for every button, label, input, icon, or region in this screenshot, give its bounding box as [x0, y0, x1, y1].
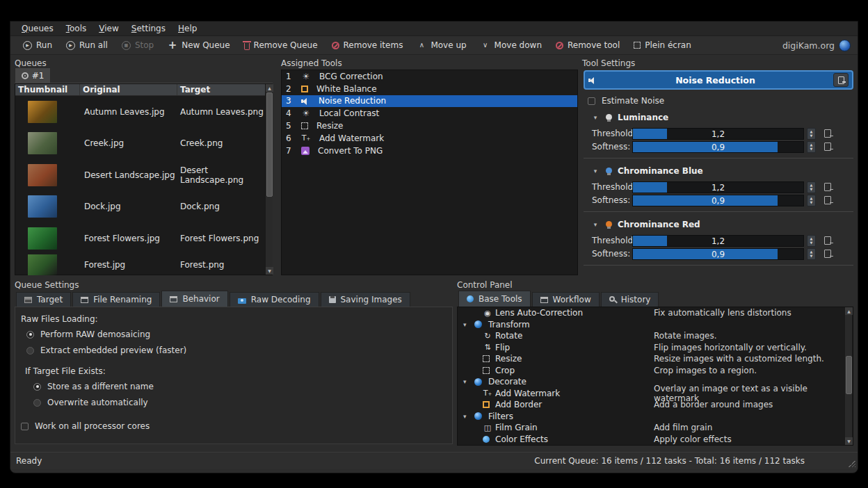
control-panel-scrollbar[interactable]: ▲ ▼: [844, 307, 852, 445]
assigned-tool-resize[interactable]: 5Resize: [282, 120, 577, 132]
scroll-down-icon[interactable]: ▼: [845, 437, 853, 445]
tree-item-rotate[interactable]: ↻RotateRotate images.: [458, 330, 853, 342]
scrollbar-thumb[interactable]: [846, 356, 852, 394]
tree-item-lens-auto-correction[interactable]: ◉Lens Auto-CorrectionFix automatically l…: [458, 307, 853, 319]
assigned-tool-local-contrast[interactable]: 4☀Local Contrast: [282, 107, 577, 120]
control-panel-tab-history[interactable]: History: [601, 292, 659, 307]
column-header-thumbnail[interactable]: Thumbnail: [15, 84, 80, 95]
collapse-arrow-icon[interactable]: ▾: [590, 220, 600, 229]
section-title: Luminance: [618, 113, 668, 122]
menu-queues[interactable]: Queues: [16, 22, 59, 35]
reset-to-default-button[interactable]: [824, 143, 831, 151]
sphere-icon: [474, 320, 482, 328]
toolbar-move-down-button[interactable]: ∨Move down: [475, 38, 547, 52]
menu-settings[interactable]: Settings: [126, 22, 171, 35]
section-chrominance-red[interactable]: ▾Chrominance Red: [582, 217, 855, 234]
spinbox-arrows[interactable]: ▲▼: [807, 141, 816, 153]
reset-to-default-button[interactable]: [824, 196, 831, 204]
spinbox-arrows[interactable]: ▲▼: [807, 181, 816, 193]
resize-grip[interactable]: [849, 460, 855, 467]
assigned-tool-white-balance[interactable]: 2White Balance: [282, 83, 577, 95]
column-header-target[interactable]: Target: [177, 84, 272, 95]
assigned-tool-convert-to-png[interactable]: 7Convert To PNG: [282, 145, 577, 157]
toolbar-stop-button[interactable]: ■Stop: [116, 38, 159, 52]
toolbar-remove-queue-button[interactable]: Remove Queue: [239, 38, 323, 52]
queue-settings-tab-target[interactable]: Target: [16, 292, 71, 307]
tree-item-add-border[interactable]: Add BorderAdd a border around images: [458, 399, 853, 411]
chrominance-blue-threshold-slider[interactable]: 1,2: [632, 181, 804, 193]
luminance-threshold-slider[interactable]: 1,2: [632, 128, 804, 140]
chrominance-red-threshold-slider[interactable]: 1,2: [632, 235, 804, 247]
tree-item-add-watermark[interactable]: T₊Add WatermarkOverlay an image or text …: [458, 388, 853, 400]
collapse-arrow-icon[interactable]: ▾: [590, 113, 600, 122]
menu-view[interactable]: View: [93, 22, 124, 35]
section-luminance[interactable]: ▾Luminance: [582, 110, 855, 127]
reset-to-default-button[interactable]: [824, 250, 831, 258]
toolbar-remove-items-button[interactable]: Remove items: [326, 38, 409, 52]
tree-item-crop[interactable]: CropCrop images to a region.: [458, 365, 853, 377]
reset-to-default-button[interactable]: [824, 183, 831, 191]
menu-help[interactable]: Help: [172, 22, 202, 35]
queues-scrollbar[interactable]: ▲ ▼: [265, 84, 273, 275]
spinbox-arrows[interactable]: ▲▼: [807, 248, 816, 260]
tree-item-resize[interactable]: ResizeResize images with a customized le…: [458, 353, 853, 365]
scroll-up-icon[interactable]: ▲: [266, 84, 273, 92]
assigned-tool-noise-reduction[interactable]: 3Noise Reduction: [282, 95, 577, 108]
reset-to-default-button[interactable]: [824, 129, 831, 138]
tree-item-film-grain[interactable]: ◫Film GrainAdd film grain: [458, 422, 853, 434]
radio-overwrite-automatically[interactable]: Overwrite automatically: [33, 398, 452, 407]
tool-help-button[interactable]: [833, 73, 849, 87]
queue-item-row[interactable]: Forest.jpgForest.png: [15, 254, 272, 275]
scrollbar-thumb[interactable]: [266, 92, 273, 197]
radio-store-different-name[interactable]: Store as a different name: [33, 382, 452, 391]
section-chrominance-blue[interactable]: ▾Chrominance Blue: [582, 163, 855, 181]
spinbox-arrows[interactable]: ▲▼: [807, 235, 816, 247]
tool-settings-panel-title: Tool Settings: [582, 58, 635, 68]
tree-group-filters[interactable]: ▾Filters: [458, 411, 853, 423]
assigned-tool-add-watermark[interactable]: 6T₊Add Watermark: [282, 132, 577, 145]
toolbar-move-up-button[interactable]: ∧Move up: [411, 38, 472, 52]
queue-tab-1[interactable]: #1: [15, 67, 51, 83]
toolbar-new-queue-button[interactable]: +New Queue: [162, 38, 235, 52]
checkbox-all-processor-cores[interactable]: Work on all processor cores: [21, 421, 452, 431]
tree-group-transform[interactable]: ▾Transform: [458, 319, 853, 331]
queue-item-row[interactable]: Autumn Leaves.jpgAutumn Leaves.png: [15, 96, 272, 128]
collapse-arrow-icon[interactable]: ▾: [463, 413, 467, 420]
control-panel-tab-workflow[interactable]: Workflow: [532, 292, 600, 307]
assigned-tool-bcg-correction[interactable]: 1☀BCG Correction: [282, 70, 577, 83]
queue-settings-tab-raw-decoding[interactable]: Raw Decoding: [230, 292, 319, 307]
scroll-up-icon[interactable]: ▲: [845, 307, 853, 315]
toolbar-run-button[interactable]: ▶Run: [17, 38, 58, 52]
radio-extract-embedded-preview[interactable]: Extract embedded preview (faster): [26, 345, 452, 355]
spinbox-arrows[interactable]: ▲▼: [807, 128, 816, 140]
queue-settings-tab-file-renaming[interactable]: File Renaming: [72, 292, 160, 307]
collapse-arrow-icon[interactable]: ▾: [463, 321, 467, 328]
control-panel-tab-base-tools[interactable]: Base Tools: [458, 291, 531, 307]
column-header-original[interactable]: Original: [80, 84, 177, 95]
queue-settings-tab-behavior[interactable]: Behavior: [161, 291, 227, 307]
reset-to-default-button[interactable]: [824, 236, 831, 245]
tree-item-flip[interactable]: ⇅FlipFlip images horizontally or vertica…: [458, 342, 853, 354]
chrominance-blue-softness-slider[interactable]: 0,9: [632, 195, 804, 206]
queue-item-row[interactable]: Desert Landscape.jpgDesert Landscape.png: [15, 159, 272, 191]
radio-perform-raw-demosaicing[interactable]: Perform RAW demosaicing: [26, 330, 452, 339]
toolbar-plein-cran-button[interactable]: Plein écran: [628, 38, 697, 52]
tab-label: Target: [37, 295, 63, 304]
collapse-arrow-icon[interactable]: ▾: [590, 166, 600, 176]
queue-settings-tab-saving-images[interactable]: Saving Images: [321, 292, 410, 307]
chrominance-red-softness-slider[interactable]: 0,9: [632, 248, 804, 260]
collapse-arrow-icon[interactable]: ▾: [463, 378, 467, 385]
spinbox-arrows[interactable]: ▲▼: [807, 195, 816, 206]
queue-item-row[interactable]: Creek.jpgCreek.png: [15, 128, 272, 160]
tree-item-color-effects[interactable]: Color EffectsApply color effects: [458, 434, 853, 446]
queue-item-row[interactable]: Forest Flowers.jpgForest Flowers.png: [15, 222, 272, 254]
chrominance-red-threshold-value: 1,2: [633, 236, 803, 246]
scroll-down-icon[interactable]: ▼: [266, 267, 273, 275]
estimate-noise-checkbox[interactable]: Estimate Noise: [588, 96, 664, 106]
toolbar-run-all-button[interactable]: ▶Run all: [61, 38, 113, 52]
menu-tools[interactable]: Tools: [61, 22, 93, 35]
luminance-softness-slider[interactable]: 0,9: [632, 141, 804, 153]
tree-item-label: Resize: [495, 354, 522, 364]
queue-item-row[interactable]: Dock.jpgDock.png: [15, 191, 272, 223]
toolbar-remove-tool-button[interactable]: Remove tool: [550, 38, 625, 52]
